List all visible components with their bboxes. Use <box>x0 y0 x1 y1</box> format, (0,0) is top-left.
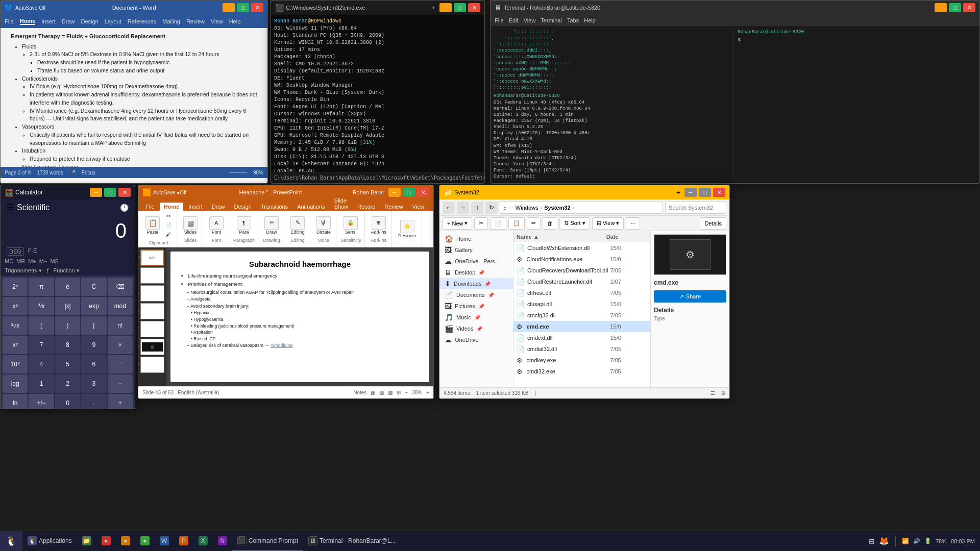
ppt-tab-animations[interactable]: Animations <box>293 203 329 211</box>
cmd-newtab-btn[interactable]: + <box>432 5 435 11</box>
word-menu-mailing[interactable]: Mailing <box>162 18 180 24</box>
ppt-paste-btn[interactable]: 📋 Paste <box>143 215 162 236</box>
fm-copy-btn[interactable]: 📄 <box>490 217 506 230</box>
taskbar-applications-btn[interactable]: 🐧 Applications <box>22 531 77 552</box>
fm-close-btn[interactable]: ✕ <box>713 188 725 197</box>
ppt-tab-draw[interactable]: Draw <box>208 203 229 211</box>
ppt-slide-48[interactable]: 48 ⬛ <box>140 339 164 355</box>
ppt-addins-btn[interactable]: ⊕ Add-ins <box>369 215 389 236</box>
taskbar-clock[interactable]: 08:03 PM <box>951 538 975 544</box>
calc-trig-dropdown[interactable]: Trigonometry ▾ <box>5 267 42 274</box>
fm-sort-btn[interactable]: ⇅ Sort ▾ <box>559 217 590 230</box>
taskbar-cmd-btn[interactable]: ⬛ Command Prompt <box>232 531 303 552</box>
fm-file-cmdial32[interactable]: 📄 cmdial32.dll 7/05 <box>513 343 650 355</box>
fm-path-windows[interactable]: Windows <box>516 205 538 211</box>
ppt-format-painter-btn[interactable]: 🖌 <box>163 231 174 238</box>
fm-file-cloudnotif[interactable]: ⚙ CloudNotifications.exe 15/0 <box>513 254 650 265</box>
word-focus-btn[interactable]: Focus <box>82 170 95 176</box>
fm-file-cmcfg32[interactable]: 📄 cmcfg32.dll 7/05 <box>513 310 650 321</box>
taskbar-start-btn[interactable]: 🐧 <box>0 531 22 552</box>
taskbar-terminal-btn[interactable]: 🖥 Terminal - RohanBarar@L... <box>303 531 401 552</box>
ppt-tab-help[interactable]: Help <box>429 203 434 211</box>
ppt-maximize-btn[interactable]: □ <box>403 188 415 197</box>
fm-paste-btn[interactable]: 📋 <box>508 217 525 230</box>
ppt-tab-transitions[interactable]: Transitions <box>257 203 292 211</box>
ppt-slide-44[interactable]: 44 <box>140 267 164 284</box>
ppt-slide-47[interactable]: 47 <box>140 321 164 337</box>
ppt-close-btn[interactable]: ✕ <box>417 188 429 197</box>
calc-btn-exp[interactable]: exp <box>81 297 106 315</box>
taskbar-layout-btn[interactable]: ⊟ <box>869 537 875 545</box>
calc-btn-plus[interactable]: + <box>108 394 133 409</box>
fm-sidebar-pictures[interactable]: 🖼 Pictures 📌 <box>439 300 513 312</box>
calc-btn-backspace[interactable]: ⌫ <box>108 278 133 296</box>
fm-sidebar-home[interactable]: 🏠 Home <box>439 233 513 244</box>
calc-btn-3[interactable]: 3 <box>81 374 106 393</box>
calc-btn-mult[interactable]: × <box>108 336 133 354</box>
calc-btn-xy[interactable]: xʸ <box>3 336 28 354</box>
word-menu-home[interactable]: Home <box>20 18 36 25</box>
fm-col-name[interactable]: Name ▲ <box>517 234 604 240</box>
ppt-slides-btn[interactable]: ▦ Slides <box>181 215 200 236</box>
calc-btn-clear[interactable]: C <box>81 278 106 296</box>
calc-btn-cbrt[interactable]: ³√x <box>3 316 28 335</box>
word-menu-file[interactable]: File <box>5 18 14 24</box>
terminal-menu-edit[interactable]: Edit <box>509 17 519 23</box>
fm-delete-btn[interactable]: 🗑 <box>543 217 557 230</box>
taskbar-excel-btn[interactable]: X <box>193 531 213 552</box>
fm-path-system32[interactable]: System32 <box>544 205 570 211</box>
fm-path-bar[interactable]: ⌂ ··· Windows › System32 › <box>500 202 663 214</box>
calc-btn-x2[interactable]: x² <box>3 297 28 315</box>
word-menu-insert[interactable]: Insert <box>41 18 56 24</box>
fm-refresh-btn[interactable]: ↻ <box>485 202 498 214</box>
calc-btn-1[interactable]: 1 <box>29 374 54 393</box>
calc-btn-recip[interactable]: ⅟x <box>29 297 54 315</box>
ppt-view-slideshow[interactable]: ⊞ <box>397 390 401 395</box>
fm-file-cmd-exe[interactable]: ⚙ cmd.exe 15/0 <box>513 321 650 332</box>
fm-search-input[interactable] <box>665 202 726 214</box>
fm-maximize-btn[interactable]: □ <box>699 188 711 197</box>
calc-btn-ln[interactable]: ln <box>3 394 28 409</box>
terminal-menu-view[interactable]: View <box>524 17 536 23</box>
word-close-btn[interactable]: ✕ <box>251 3 263 12</box>
calc-maximize-btn[interactable]: □ <box>104 188 116 197</box>
fm-up-btn[interactable]: ↑ <box>471 202 483 214</box>
taskbar-app3-btn[interactable]: ● <box>116 531 135 552</box>
calc-btn-closeparen[interactable]: ) <box>55 316 80 335</box>
calc-btn-abs[interactable]: |x| <box>55 297 80 315</box>
fm-cut-btn[interactable]: ✂ <box>474 217 488 230</box>
calc-btn-openparen[interactable]: ( <box>29 316 54 335</box>
calc-close-btn[interactable]: ✕ <box>118 188 131 197</box>
calc-mminus-btn[interactable]: M− <box>39 258 47 264</box>
calc-btn-7[interactable]: 7 <box>29 336 54 354</box>
calc-btn-10x[interactable]: 10ˣ <box>3 355 28 373</box>
calc-btn-div[interactable]: ÷ <box>108 355 133 373</box>
fm-view-btn[interactable]: ⊞ View ▾ <box>592 217 624 230</box>
calc-function-dropdown[interactable]: Function ▾ <box>54 267 80 274</box>
fm-sidebar-videos[interactable]: 🎬 Videos 📌 <box>439 323 513 334</box>
word-menu-design[interactable]: Design <box>81 18 98 24</box>
calc-btn-e[interactable]: e <box>55 278 80 296</box>
word-menu-draw[interactable]: Draw <box>62 18 75 24</box>
calc-btn-pipe[interactable]: | <box>81 316 106 335</box>
word-menu-review[interactable]: Review <box>186 18 205 24</box>
taskbar-onenote-btn[interactable]: N <box>213 531 232 552</box>
fm-sidebar-downloads[interactable]: ⬇ Downloads 📌 <box>439 278 513 289</box>
taskbar-battery-icon[interactable]: 🔋 <box>924 538 932 544</box>
terminal-maximize-btn[interactable]: □ <box>949 3 961 12</box>
calc-btn-log[interactable]: log <box>3 374 28 393</box>
ppt-tab-review[interactable]: Review <box>381 203 407 211</box>
fm-sidebar-desktop[interactable]: 🖥 Desktop 📌 <box>439 267 513 278</box>
ppt-nimodipine-link[interactable]: nimodipine <box>271 343 293 348</box>
ppt-tab-record[interactable]: Record <box>353 203 379 211</box>
taskbar-app2-btn[interactable]: ● <box>96 531 116 552</box>
word-minimize-btn[interactable]: ─ <box>223 3 235 12</box>
taskbar-app4-btn[interactable]: ● <box>135 531 155 552</box>
ppt-tab-insert[interactable]: Insert <box>184 203 207 211</box>
ppt-zoom-in-btn[interactable]: + <box>426 390 429 395</box>
fm-share-btn[interactable]: ↗ Share <box>654 290 726 303</box>
taskbar-ppt-btn[interactable]: P <box>174 531 193 552</box>
ppt-font-btn[interactable]: A Font <box>207 215 226 236</box>
fm-sidebar-gallery[interactable]: 🖼 Gallery <box>439 244 513 256</box>
ppt-slide-45[interactable]: 45 <box>140 285 164 302</box>
